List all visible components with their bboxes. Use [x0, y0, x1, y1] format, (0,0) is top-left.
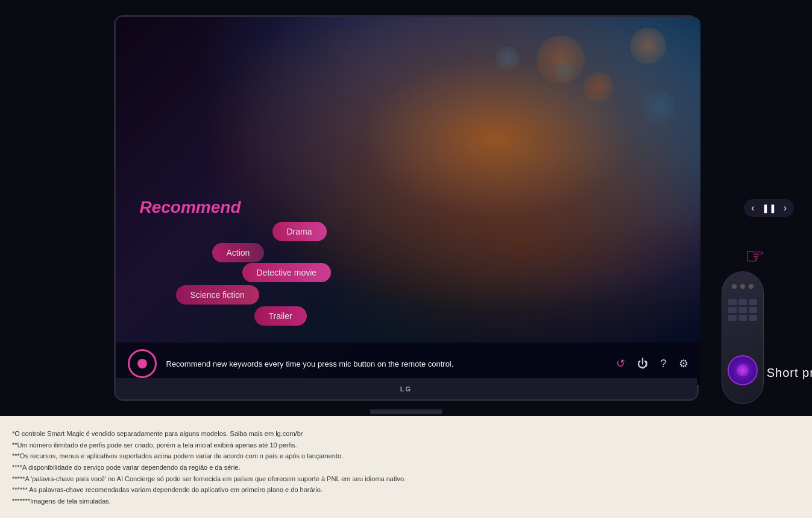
hand-gesture-icon: ☞	[745, 244, 764, 269]
next-arrow[interactable]: ›	[784, 203, 787, 213]
prev-arrow[interactable]: ‹	[751, 203, 754, 213]
mic-icon	[137, 359, 147, 368]
pause-button[interactable]: ❚❚	[762, 203, 776, 213]
footer-line-1: *O controle Smart Magic é vendido separa…	[12, 428, 800, 440]
tv-bezel-bottom: LG	[116, 378, 697, 399]
navigation-controls: ‹ ❚❚ ›	[744, 199, 794, 217]
remote-key	[728, 307, 737, 313]
remote-wheel[interactable]	[728, 355, 758, 385]
short-press-container: Short press	[767, 366, 812, 380]
tv-frame: Recommend Drama Action Detective movie S…	[114, 15, 699, 401]
mic-button[interactable]	[128, 349, 157, 378]
footer-line-3: ***Os recursos, menus e aplicativos supo…	[12, 450, 800, 462]
footer-section: *O controle Smart Magic é vendido separa…	[0, 419, 812, 518]
remote-control	[722, 271, 764, 404]
refresh-icon[interactable]: ↺	[616, 357, 625, 370]
short-press-label: Short press	[767, 366, 812, 380]
remote-area: ☞	[722, 244, 764, 404]
remote-key	[728, 315, 737, 321]
mic-description-text: Recommend new keywords every time you pr…	[166, 359, 607, 368]
tv-stand	[370, 409, 442, 414]
footer-line-4: ****A disponibilidade do serviço pode va…	[12, 462, 800, 473]
remote-key	[749, 299, 757, 305]
tag-drama[interactable]: Drama	[272, 222, 327, 241]
power-icon[interactable]: ⏻	[637, 358, 648, 370]
remote-key	[738, 315, 747, 321]
footer-line-5: *****A 'palavra-chave para você' no AI C…	[12, 473, 800, 485]
recommend-title: Recommend	[140, 198, 489, 217]
remote-dot-1	[732, 284, 737, 289]
help-icon[interactable]: ?	[660, 358, 666, 370]
footer-line-7: *******Imagens de tela simuladas.	[12, 496, 800, 507]
remote-key	[728, 299, 737, 305]
footer-line-2: **Um número ilimitado de perfis pode ser…	[12, 440, 800, 451]
genre-tags-container: Drama Action Detective movie Science fic…	[140, 222, 489, 330]
remote-key	[738, 299, 747, 305]
tag-science[interactable]: Science fiction	[176, 285, 259, 305]
bottom-icons-group: ↺ ⏻ ? ⚙	[616, 357, 688, 370]
tag-action[interactable]: Action	[212, 243, 265, 262]
remote-key	[738, 307, 747, 313]
footer-line-6: ****** As palavras-chave recomendadas va…	[12, 484, 800, 496]
lg-logo: LG	[400, 385, 412, 393]
settings-icon[interactable]: ⚙	[679, 357, 688, 370]
remote-numpad	[728, 299, 758, 321]
main-container: Recommend Drama Action Detective movie S…	[0, 0, 812, 416]
remote-key	[749, 315, 757, 321]
remote-dot-3	[749, 284, 754, 289]
remote-dot-2	[740, 284, 745, 289]
tag-detective[interactable]: Detective movie	[242, 263, 332, 282]
tag-trailer[interactable]: Trailer	[254, 306, 307, 326]
remote-center-button[interactable]	[737, 364, 749, 376]
remote-key	[749, 307, 757, 313]
remote-top-buttons	[732, 284, 754, 289]
recommend-section: Recommend Drama Action Detective movie S…	[140, 198, 489, 330]
tv-screen: Recommend Drama Action Detective movie S…	[116, 17, 700, 385]
